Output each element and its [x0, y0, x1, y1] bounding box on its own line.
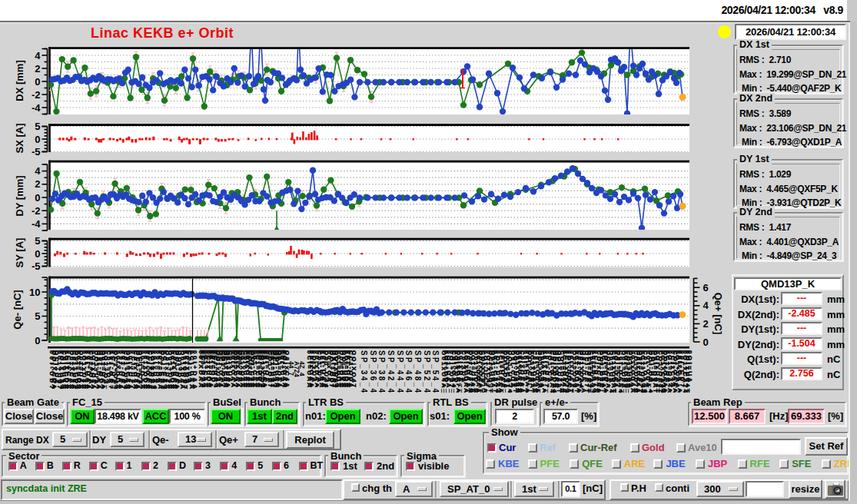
svg-text:SP_48_4: SP_48_4: [414, 350, 422, 393]
svg-text:6: 6: [703, 282, 709, 293]
svg-text:-4: -4: [32, 102, 41, 114]
svg-text:5: 5: [35, 121, 40, 132]
svg-text:Qe- [nC]: Qe- [nC]: [12, 290, 23, 329]
svg-text:4Z_4: 4Z_4: [298, 361, 306, 376]
svg-text:SP_38_4: SP_38_4: [377, 350, 386, 393]
svg-text:0: 0: [35, 76, 40, 88]
svg-text:0: 0: [35, 192, 40, 204]
svg-text:SP_54_4: SP_54_4: [431, 350, 440, 393]
svg-text:5: 5: [35, 235, 40, 247]
svg-text:10: 10: [29, 287, 40, 298]
svg-text:-2: -2: [32, 89, 41, 101]
svg-text:4: 4: [35, 165, 41, 177]
svg-text:DY [mm]: DY [mm]: [14, 175, 25, 216]
svg-text:SP_52_4: SP_52_4: [423, 350, 431, 393]
svg-text:4: 4: [703, 300, 709, 311]
svg-text:0: 0: [703, 337, 709, 348]
svg-text:-2: -2: [32, 205, 41, 217]
svg-text:2: 2: [703, 318, 709, 330]
svg-text:-4: -4: [32, 218, 41, 230]
svg-text:OO1+UA7: OO1+UA7: [93, 350, 100, 390]
svg-text:00l+DAA: 00l+DAA: [191, 350, 198, 389]
svg-text:0: 0: [35, 248, 40, 260]
svg-text:0: 0: [35, 335, 40, 346]
svg-text:2: 2: [35, 63, 40, 75]
svg-text:0: 0: [35, 134, 40, 145]
svg-text:0OI=UA__: 0OI=UA__: [686, 350, 693, 393]
svg-text:SP_46_4: SP_46_4: [404, 350, 413, 393]
svg-text:SP_42_4: SP_42_4: [387, 350, 395, 393]
svg-text:SX [A]: SX [A]: [14, 124, 25, 154]
svg-text:DX [mm]: DX [mm]: [14, 60, 25, 101]
svg-text:SY [A]: SY [A]: [14, 238, 25, 268]
svg-text:-5: -5: [32, 260, 41, 272]
svg-text:SP_36_4: SP_36_4: [369, 350, 377, 393]
svg-text:SP_34_4: SP_34_4: [360, 350, 368, 393]
svg-text:-5: -5: [32, 146, 41, 158]
svg-text:4: 4: [35, 50, 41, 61]
svg-text:SP_44_4: SP_44_4: [396, 350, 404, 393]
svg-text:2: 2: [35, 178, 40, 190]
svg-text:Qe+ [nC]: Qe+ [nC]: [713, 293, 724, 335]
svg-text:5: 5: [35, 310, 40, 322]
